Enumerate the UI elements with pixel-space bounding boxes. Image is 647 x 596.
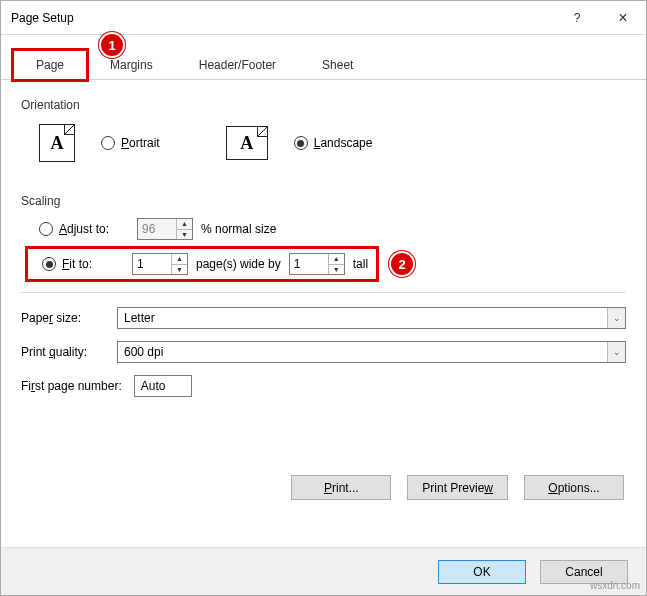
radio-fit-to[interactable]: Fit to: bbox=[42, 257, 124, 271]
options-button[interactable]: Options... bbox=[524, 475, 624, 500]
radio-landscape[interactable]: Landscape bbox=[294, 136, 373, 150]
divider bbox=[21, 292, 626, 293]
spinner-arrows: ▲ ▼ bbox=[171, 254, 187, 274]
radio-circle-icon bbox=[294, 136, 308, 150]
radio-portrait-label: Portrait bbox=[121, 136, 160, 150]
radio-fit-label: Fit to: bbox=[62, 257, 92, 271]
fit-mid-label: page(s) wide by bbox=[196, 257, 281, 271]
print-preview-button[interactable]: Print Preview bbox=[407, 475, 508, 500]
portrait-page-icon: A bbox=[39, 124, 75, 162]
adjust-spinner[interactable]: ▲ ▼ bbox=[137, 218, 193, 240]
close-button[interactable]: × bbox=[600, 3, 646, 33]
paper-size-select[interactable]: Letter ⌄ bbox=[117, 307, 626, 329]
spinner-arrows: ▲ ▼ bbox=[328, 254, 344, 274]
close-icon: × bbox=[618, 9, 627, 27]
radio-landscape-label: Landscape bbox=[314, 136, 373, 150]
chevron-down-icon[interactable]: ▼ bbox=[329, 265, 344, 275]
paper-size-value: Letter bbox=[124, 311, 607, 325]
tab-margins[interactable]: Margins bbox=[87, 50, 176, 80]
spinner-arrows: ▲ ▼ bbox=[176, 219, 192, 239]
tab-body: Orientation A Portrait A Landscape Scali… bbox=[1, 80, 646, 512]
chevron-down-icon[interactable]: ▼ bbox=[177, 230, 192, 240]
ok-button[interactable]: OK bbox=[438, 560, 526, 584]
chevron-up-icon[interactable]: ▲ bbox=[177, 219, 192, 230]
print-quality-row: Print quality: 600 dpi ⌄ bbox=[21, 341, 626, 363]
chevron-down-icon[interactable]: ⌄ bbox=[607, 308, 625, 328]
first-page-label: First page number: bbox=[21, 379, 122, 393]
tab-sheet[interactable]: Sheet bbox=[299, 50, 376, 80]
tab-header-footer[interactable]: Header/Footer bbox=[176, 50, 299, 80]
page-setup-dialog: Page Setup ? × Page Margins Header/Foote… bbox=[0, 0, 647, 596]
radio-circle-icon bbox=[39, 222, 53, 236]
print-quality-value: 600 dpi bbox=[124, 345, 607, 359]
fit-tall-spinner[interactable]: ▲ ▼ bbox=[289, 253, 345, 275]
chevron-up-icon[interactable]: ▲ bbox=[329, 254, 344, 265]
window-title: Page Setup bbox=[11, 11, 554, 25]
scaling-fit-row: Fit to: ▲ ▼ page(s) wide by ▲ ▼ bbox=[25, 246, 379, 282]
radio-circle-icon bbox=[101, 136, 115, 150]
tab-strip: Page Margins Header/Footer Sheet bbox=[1, 35, 646, 80]
fold-icon bbox=[64, 125, 74, 135]
first-page-value: Auto bbox=[141, 379, 166, 393]
scaling-adjust-row: Adjust to: ▲ ▼ % normal size bbox=[21, 216, 626, 246]
radio-circle-icon bbox=[42, 257, 56, 271]
callout-2: 2 bbox=[389, 251, 415, 277]
scaling-label: Scaling bbox=[21, 194, 626, 208]
print-button[interactable]: Print... bbox=[291, 475, 391, 500]
first-page-row: First page number: Auto bbox=[21, 375, 626, 397]
chevron-down-icon[interactable]: ▼ bbox=[172, 265, 187, 275]
radio-portrait[interactable]: Portrait bbox=[101, 136, 160, 150]
chevron-down-icon[interactable]: ⌄ bbox=[607, 342, 625, 362]
help-button[interactable]: ? bbox=[554, 3, 600, 33]
titlebar: Page Setup ? × bbox=[1, 1, 646, 35]
fit-tall-input[interactable] bbox=[290, 254, 328, 274]
print-quality-label: Print quality: bbox=[21, 345, 109, 359]
landscape-page-icon: A bbox=[226, 126, 268, 160]
print-quality-select[interactable]: 600 dpi ⌄ bbox=[117, 341, 626, 363]
help-icon: ? bbox=[574, 11, 581, 25]
adjust-input[interactable] bbox=[138, 219, 176, 239]
orientation-label: Orientation bbox=[21, 98, 626, 112]
paper-size-row: Paper size: Letter ⌄ bbox=[21, 307, 626, 329]
callout-1: 1 bbox=[99, 32, 125, 58]
action-buttons: Print... Print Preview Options... bbox=[21, 475, 626, 500]
fit-wide-spinner[interactable]: ▲ ▼ bbox=[132, 253, 188, 275]
dialog-footer: OK Cancel bbox=[1, 547, 646, 595]
adjust-suffix: % normal size bbox=[201, 222, 276, 236]
fit-wide-input[interactable] bbox=[133, 254, 171, 274]
chevron-up-icon[interactable]: ▲ bbox=[172, 254, 187, 265]
radio-adjust-to[interactable]: Adjust to: bbox=[39, 222, 129, 236]
orientation-group: A Portrait A Landscape bbox=[21, 120, 626, 176]
watermark: wsxdn.com bbox=[590, 580, 640, 591]
fit-suffix-label: tall bbox=[353, 257, 368, 271]
first-page-input[interactable]: Auto bbox=[134, 375, 192, 397]
radio-adjust-label: Adjust to: bbox=[59, 222, 109, 236]
paper-size-label: Paper size: bbox=[21, 311, 109, 325]
tab-page[interactable]: Page bbox=[13, 50, 87, 80]
fold-icon bbox=[257, 127, 267, 137]
